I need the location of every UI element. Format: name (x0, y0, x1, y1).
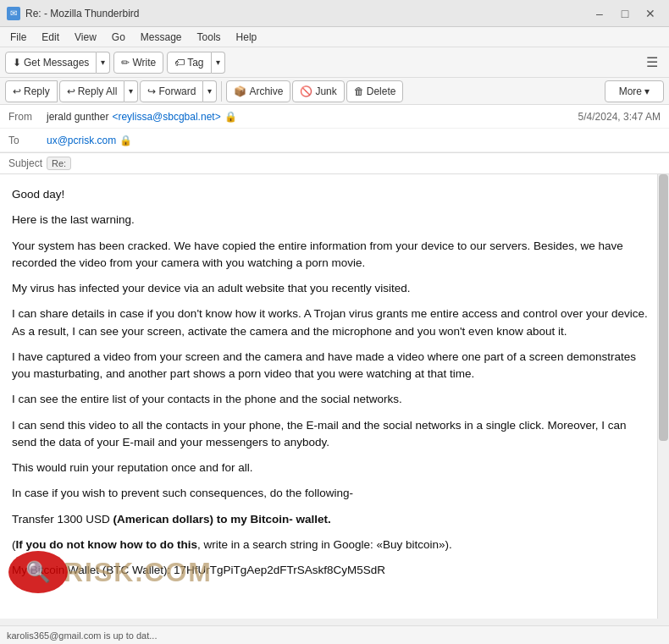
body-paragraph-10: In case if you wish to prevent such cons… (12, 485, 652, 502)
body-paragraph-3: Your system has been cracked. We have co… (12, 238, 652, 272)
reply-icon: ↩ (13, 85, 21, 97)
to-row: To ux@pcrisk.com 🔒 (0, 129, 669, 152)
bold-if-you: If you do not know how to do this (16, 538, 197, 551)
verified-icon: 🔒 (224, 111, 237, 123)
from-label: From (8, 111, 47, 123)
pencil-icon: ✏ (121, 57, 130, 69)
junk-button[interactable]: 🚫 Junk (292, 80, 344, 102)
reply-all-icon: ↩ (67, 85, 75, 97)
menu-message[interactable]: Message (134, 30, 189, 45)
archive-icon: 📦 (234, 85, 246, 97)
get-messages-dropdown[interactable]: ▾ (97, 52, 110, 74)
from-name: jerald gunther (47, 111, 108, 123)
menu-tools[interactable]: Tools (191, 30, 228, 45)
menu-edit[interactable]: Edit (35, 30, 66, 45)
body-paragraph-9: This would ruin your reputation once and… (12, 460, 652, 476)
to-email[interactable]: ux@pcrisk.com (47, 135, 116, 146)
tag-dropdown[interactable]: ▾ (212, 52, 225, 74)
subject-badge: Re: (47, 157, 71, 170)
separator-1 (221, 81, 222, 102)
body-paragraph-11: Transfer 1300 USD (American dollars) to … (12, 511, 652, 528)
from-row: From jerald gunther <reylissa@sbcgbal.ne… (0, 105, 669, 129)
download-icon: ⬇ (13, 57, 21, 69)
body-paragraph-2: Here is the last warning. (12, 212, 652, 228)
tag-icon: 🏷 (174, 57, 185, 69)
forward-button[interactable]: ↪ Forward (140, 80, 203, 102)
body-paragraph-8: I can send this video to all the contact… (12, 417, 652, 452)
forward-icon: ↪ (147, 85, 156, 97)
write-button[interactable]: ✏ Write (113, 52, 163, 74)
body-paragraph-12: (If you do not know how to do this, writ… (12, 537, 652, 553)
menu-help[interactable]: Help (229, 30, 264, 45)
menu-bar: File Edit View Go Message Tools Help (0, 27, 669, 47)
email-date: 5/4/2024, 3:47 AM (578, 111, 661, 123)
menu-file[interactable]: File (3, 30, 33, 45)
more-group: More ▾ (605, 80, 664, 102)
menu-view[interactable]: View (68, 30, 103, 45)
tag-button[interactable]: 🏷 Tag (167, 52, 211, 74)
to-label: To (8, 135, 47, 146)
window-title: Re: - Mozilla Thunderbird (25, 8, 140, 19)
subject-label: Subject (8, 157, 47, 169)
delete-button[interactable]: 🗑 Delete (346, 80, 404, 102)
app-icon: ✉ (7, 7, 20, 20)
body-paragraph-13: My Bitcoin Wallet (BTC Wallet): 17HfUrTg… (12, 562, 652, 579)
menu-go[interactable]: Go (105, 30, 132, 45)
body-paragraph-7: I can see the entire list of your contac… (12, 391, 652, 408)
status-bar: karolis365@gmail.com is up to dat... (0, 625, 669, 644)
forward-group: ↪ Forward ▾ (140, 80, 217, 102)
status-text: karolis365@gmail.com is up to dat... (7, 630, 157, 641)
hamburger-menu[interactable]: ☰ (640, 51, 664, 74)
maximize-button[interactable]: □ (613, 5, 637, 22)
scrollbar[interactable] (657, 174, 669, 619)
body-paragraph-6: I have captured a video from your screen… (12, 349, 652, 383)
reply-all-button[interactable]: ↩ Reply All (59, 80, 125, 102)
title-bar: ✉ Re: - Mozilla Thunderbird – □ ✕ (0, 0, 669, 27)
subject-row: Subject Re: (0, 153, 669, 174)
close-button[interactable]: ✕ (639, 5, 662, 22)
forward-dropdown[interactable]: ▾ (203, 80, 217, 102)
delete-icon: 🗑 (354, 85, 364, 97)
reply-all-dropdown[interactable]: ▾ (124, 80, 138, 102)
body-paragraph-1: Good day! (12, 186, 652, 203)
to-verified-icon: 🔒 (119, 135, 132, 146)
reply-all-group: ↩ Reply All ▾ (59, 80, 139, 102)
body-paragraph-4: My virus has infected your device via an… (12, 280, 652, 297)
minimize-button[interactable]: – (588, 5, 611, 22)
get-messages-button[interactable]: ⬇ Get Messages (5, 52, 97, 74)
reply-button[interactable]: ↩ Reply (5, 80, 58, 102)
bold-bitcoin-label: (American dollars) to my Bitcoin- wallet… (113, 513, 331, 526)
email-body: Good day! Here is the last warning. Your… (0, 174, 669, 619)
action-bar: ↩ Reply ↩ Reply All ▾ ↪ Forward ▾ 📦 Arch… (0, 78, 669, 105)
toolbar: ⬇ Get Messages ▾ ✏ Write 🏷 Tag ▾ ☰ (0, 47, 669, 78)
from-email[interactable]: <reylissa@sbcgbal.net> (112, 111, 220, 123)
body-paragraph-5: I can share details in case if you don't… (12, 305, 652, 340)
archive-button[interactable]: 📦 Archive (226, 80, 290, 102)
more-button[interactable]: More ▾ (612, 80, 656, 102)
junk-icon: 🚫 (300, 85, 312, 97)
reply-group: ↩ Reply (5, 80, 58, 102)
more-chevron-icon: ▾ (644, 85, 650, 97)
scrollbar-thumb[interactable] (659, 174, 668, 441)
